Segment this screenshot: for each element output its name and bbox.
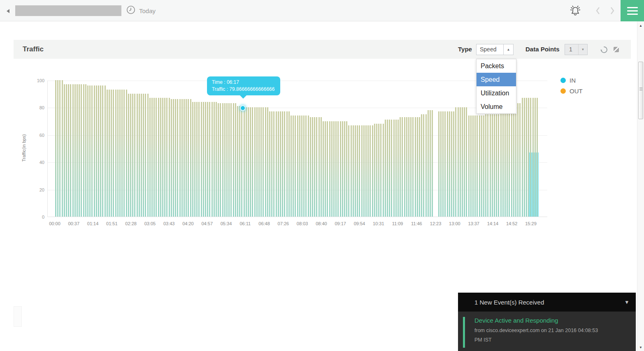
traffic-bar[interactable] — [380, 124, 381, 217]
traffic-bar[interactable] — [188, 99, 189, 217]
traffic-bar[interactable] — [164, 98, 165, 217]
traffic-bar[interactable] — [273, 111, 274, 217]
traffic-bar[interactable] — [308, 115, 309, 217]
traffic-bar[interactable] — [96, 85, 97, 217]
traffic-bar[interactable] — [385, 120, 386, 217]
traffic-bar[interactable] — [483, 115, 484, 217]
traffic-bar[interactable] — [186, 99, 187, 217]
traffic-bar[interactable] — [220, 103, 221, 217]
traffic-bar[interactable] — [455, 107, 456, 217]
traffic-bar[interactable] — [239, 106, 240, 217]
traffic-bar[interactable] — [335, 121, 337, 217]
traffic-bar[interactable] — [166, 98, 167, 217]
traffic-bar[interactable] — [346, 121, 347, 217]
traffic-bar[interactable] — [395, 120, 397, 217]
traffic-bar[interactable] — [64, 84, 65, 217]
traffic-bar[interactable] — [291, 115, 292, 217]
traffic-bar[interactable] — [372, 125, 373, 217]
traffic-bar[interactable] — [359, 125, 360, 217]
traffic-bar[interactable] — [77, 84, 78, 217]
type-select[interactable]: Speed ▲ — [476, 44, 514, 55]
traffic-bar[interactable] — [87, 85, 88, 217]
traffic-bar[interactable] — [233, 103, 234, 217]
traffic-bar[interactable] — [477, 115, 478, 217]
traffic-bar[interactable] — [59, 80, 60, 217]
traffic-bar[interactable] — [370, 125, 371, 217]
traffic-bar[interactable] — [119, 90, 121, 217]
traffic-bar[interactable] — [442, 111, 444, 217]
traffic-bar[interactable] — [537, 98, 538, 217]
data-points-select[interactable]: 1 ▼ — [565, 44, 588, 55]
traffic-bar[interactable] — [79, 84, 80, 217]
chevron-right-icon[interactable] — [607, 4, 617, 17]
traffic-bar[interactable] — [235, 103, 236, 217]
traffic-bar[interactable] — [111, 90, 112, 217]
traffic-bar[interactable] — [513, 103, 514, 217]
traffic-bar[interactable] — [156, 98, 157, 217]
traffic-bar[interactable] — [535, 98, 536, 217]
traffic-bar[interactable] — [145, 94, 146, 217]
traffic-bar[interactable] — [107, 90, 108, 217]
traffic-bar[interactable] — [126, 90, 127, 217]
traffic-bar[interactable] — [430, 110, 431, 217]
traffic-bar[interactable] — [198, 102, 200, 217]
traffic-bar[interactable] — [141, 94, 142, 217]
traffic-bar[interactable] — [505, 110, 506, 217]
traffic-bar[interactable] — [378, 124, 379, 217]
traffic-bar[interactable] — [423, 114, 424, 217]
traffic-bar[interactable] — [214, 102, 215, 217]
traffic-bar[interactable] — [147, 94, 149, 217]
traffic-bar[interactable] — [398, 120, 399, 217]
traffic-bar[interactable] — [449, 111, 450, 217]
traffic-bar[interactable] — [181, 99, 183, 217]
traffic-bar[interactable] — [115, 90, 116, 217]
traffic-bar[interactable] — [288, 111, 290, 217]
traffic-bar[interactable] — [440, 111, 442, 217]
traffic-bar[interactable] — [351, 125, 352, 217]
traffic-bar[interactable] — [500, 110, 502, 217]
traffic-bar[interactable] — [444, 111, 446, 217]
traffic-bar[interactable] — [293, 115, 294, 217]
traffic-bar[interactable] — [139, 94, 140, 217]
traffic-bar[interactable] — [447, 111, 448, 217]
traffic-bar[interactable] — [254, 107, 256, 217]
traffic-bar[interactable] — [149, 98, 151, 217]
traffic-bar[interactable] — [280, 111, 281, 217]
legend-item-in[interactable]: IN — [560, 77, 583, 84]
traffic-bar[interactable] — [321, 117, 322, 217]
notification-header[interactable]: 1 New Event(s) Received ▾ — [458, 293, 636, 312]
traffic-bar[interactable] — [312, 117, 313, 217]
traffic-bar[interactable] — [105, 85, 106, 217]
traffic-bar[interactable] — [421, 114, 422, 217]
traffic-bar[interactable] — [98, 85, 99, 217]
traffic-bar[interactable] — [331, 121, 332, 217]
traffic-bar[interactable] — [485, 114, 486, 217]
traffic-bar[interactable] — [417, 117, 418, 217]
traffic-bar[interactable] — [192, 102, 193, 217]
traffic-bar[interactable] — [295, 115, 296, 217]
traffic-bar[interactable] — [337, 121, 339, 217]
traffic-bar[interactable] — [327, 121, 328, 217]
traffic-bar[interactable] — [314, 117, 315, 217]
traffic-bar[interactable] — [479, 115, 480, 217]
traffic-bar[interactable] — [367, 125, 369, 217]
traffic-bar[interactable] — [530, 98, 531, 217]
traffic-bar[interactable] — [526, 98, 527, 217]
traffic-bar[interactable] — [66, 84, 67, 217]
traffic-bar[interactable] — [316, 117, 317, 217]
traffic-bar[interactable] — [85, 84, 86, 217]
notification-bell-icon[interactable] — [568, 4, 582, 18]
traffic-bar[interactable] — [348, 125, 349, 217]
scroll-down-icon[interactable]: ▼ — [637, 346, 644, 349]
caret-down-icon[interactable]: ▼ — [578, 44, 587, 55]
traffic-bar[interactable] — [62, 80, 63, 217]
traffic-bar[interactable] — [269, 111, 270, 217]
traffic-bar[interactable] — [260, 107, 262, 217]
traffic-bar[interactable] — [329, 121, 330, 217]
diagonal-square-icon[interactable] — [614, 47, 619, 52]
traffic-bar[interactable] — [498, 114, 499, 217]
traffic-bar[interactable] — [353, 125, 354, 217]
traffic-bar[interactable] — [74, 84, 76, 217]
traffic-bar[interactable] — [241, 106, 242, 217]
caret-up-icon[interactable]: ▲ — [503, 44, 513, 55]
